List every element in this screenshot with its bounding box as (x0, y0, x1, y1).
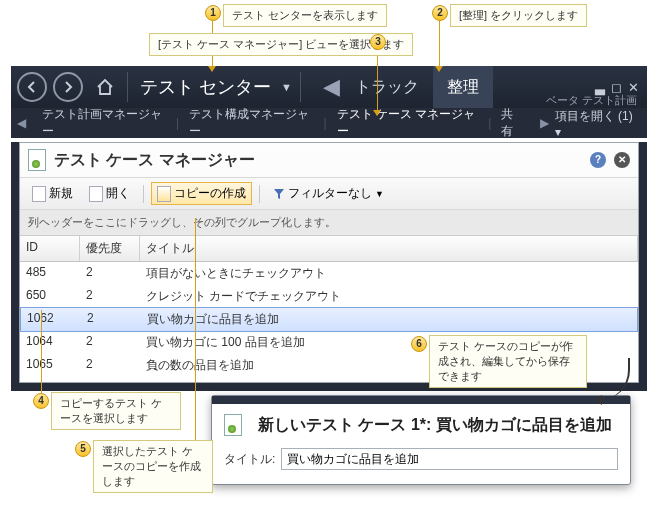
subnav-plan-manager[interactable]: テスト計画マネージャー (32, 106, 176, 140)
col-priority[interactable]: 優先度 (80, 236, 140, 261)
chevron-left-icon[interactable]: ◀ (11, 116, 32, 130)
home-button[interactable] (91, 73, 119, 101)
cell-title: 項目がないときにチェックアウト (140, 262, 638, 285)
popup-label: タイトル: (224, 451, 275, 468)
cell-id: 1064 (20, 331, 80, 354)
cell-id: 1066 (20, 377, 80, 382)
subnav-case-manager[interactable]: テスト ケース マネージャー (327, 106, 489, 140)
create-copy-button[interactable]: コピーの作成 (151, 182, 252, 205)
callout-num-3: 3 (370, 34, 386, 50)
callout-5: 選択したテスト ケースのコピーを作成します (93, 440, 213, 493)
separator (143, 185, 144, 203)
copy-icon (157, 186, 171, 202)
col-id[interactable]: ID (20, 236, 80, 261)
open-button[interactable]: 開く (83, 182, 136, 205)
group-header: 列ヘッダーをここにドラッグし、その列でグループ化します。 (20, 210, 638, 236)
cell-title: 買い物カゴに品目を追加 (141, 308, 637, 331)
popup-titlebar (212, 396, 630, 404)
separator (300, 72, 301, 102)
callout-num-4: 4 (33, 393, 49, 409)
arrow-icon (435, 66, 443, 72)
nav-dropdown-icon[interactable]: ▼ (281, 81, 292, 93)
callout-line (439, 21, 440, 66)
chevron-right-icon[interactable]: ▶ (534, 116, 555, 130)
toolbar: 新規 開く コピーの作成 フィルターなし ▼ (20, 178, 638, 210)
cell-priority: 2 (80, 285, 140, 308)
callout-4: コピーするテスト ケースを選択します (51, 392, 181, 430)
callout-line (41, 310, 42, 393)
cell-priority: 2 (80, 262, 140, 285)
subnav-shared[interactable]: 共有 (491, 106, 534, 140)
callout-num-6: 6 (411, 336, 427, 352)
forward-button[interactable] (53, 72, 83, 102)
tab-organize[interactable]: 整理 (433, 66, 493, 108)
cell-priority: 2 (80, 331, 140, 354)
callout-1: テスト センターを表示します (223, 4, 387, 27)
curve-line (600, 358, 630, 400)
table-row[interactable]: 4852項目がないときにチェックアウト (20, 262, 638, 285)
table-row[interactable]: 6502クレジット カードでチェックアウト (20, 285, 638, 308)
subnav-config-manager[interactable]: テスト構成マネージャー (179, 106, 323, 140)
title-input[interactable] (281, 448, 618, 470)
tab-track[interactable]: トラック (341, 66, 433, 108)
table-row[interactable]: 10622買い物カゴに品目を追加 (20, 307, 638, 332)
grid-header: ID 優先度 タイトル (20, 236, 638, 262)
cell-id: 650 (20, 285, 80, 308)
callout-2: [整理] をクリックします (450, 4, 587, 27)
arrow-icon (373, 110, 381, 116)
popup-title: 新しいテスト ケース 1*: 買い物カゴに品目を追加 (258, 415, 612, 436)
callout-line (377, 50, 378, 110)
separator (259, 185, 260, 203)
filter-button[interactable]: フィルターなし ▼ (267, 182, 390, 205)
open-items[interactable]: 項目を開く (1) ▾ (555, 108, 647, 139)
sub-navbar: ◀ テスト計画マネージャー | テスト構成マネージャー | テスト ケース マネ… (11, 108, 647, 138)
back-button[interactable] (17, 72, 47, 102)
callout-line (195, 218, 196, 441)
arrow-icon (595, 395, 602, 405)
cell-title: クレジット カードでチェックアウト (140, 285, 638, 308)
new-icon (32, 186, 46, 202)
nav-subtitle: ベータ テスト計画 (546, 93, 637, 108)
cell-priority: 2 (81, 308, 141, 331)
new-button[interactable]: 新規 (26, 182, 79, 205)
help-button[interactable]: ? (590, 152, 606, 168)
document-icon (28, 149, 46, 171)
document-icon (224, 414, 242, 436)
arrow-icon (208, 66, 216, 72)
new-test-case-popup: 新しいテスト ケース 1*: 買い物カゴに品目を追加 タイトル: (211, 395, 631, 485)
callout-num-1: 1 (205, 5, 221, 21)
cell-id: 1065 (20, 354, 80, 377)
panel-header: テスト ケース マネージャー ? ✕ (20, 143, 638, 178)
callout-num-2: 2 (432, 5, 448, 21)
callout-6: テスト ケースのコピーが作成され、編集してから保存できます (429, 335, 587, 388)
nav-title: テスト センター (140, 75, 271, 99)
cell-priority: 2 (80, 377, 140, 382)
filter-icon (273, 188, 285, 200)
panel-title: テスト ケース マネージャー (54, 150, 255, 171)
callout-num-5: 5 (75, 441, 91, 457)
cell-id: 485 (20, 262, 80, 285)
col-title[interactable]: タイトル (140, 236, 638, 261)
cell-id: 1062 (21, 308, 81, 331)
cell-priority: 2 (80, 354, 140, 377)
chevron-left-icon[interactable]: ◀ (323, 74, 341, 100)
panel-close-button[interactable]: ✕ (614, 152, 630, 168)
open-icon (89, 186, 103, 202)
separator (127, 72, 128, 102)
